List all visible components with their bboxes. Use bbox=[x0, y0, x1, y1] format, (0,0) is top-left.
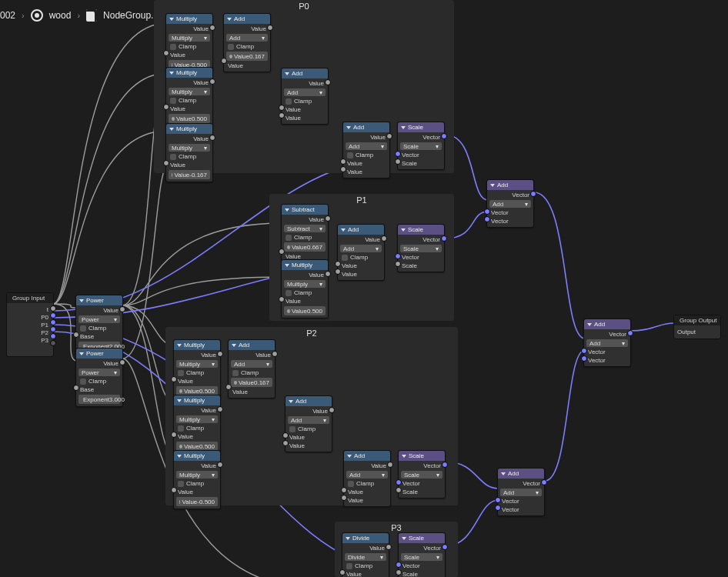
value-field[interactable]: Value-0.500 bbox=[176, 497, 218, 506]
output-vector[interactable]: Vector bbox=[401, 545, 442, 552]
input-value-a[interactable]: Value bbox=[340, 262, 382, 269]
input-value-b[interactable]: Value bbox=[288, 442, 329, 449]
operation-dropdown[interactable]: Add▾ bbox=[500, 489, 542, 496]
operation-dropdown[interactable]: Add▾ bbox=[489, 200, 531, 208]
operation-dropdown[interactable]: Add▾ bbox=[586, 339, 628, 347]
operation-dropdown[interactable]: Power▾ bbox=[78, 315, 120, 323]
output-value[interactable]: Value bbox=[169, 25, 210, 32]
input-vector-b[interactable]: Vector bbox=[586, 357, 628, 364]
node-p2-add-1[interactable]: Add Value Add▾ Clamp Value0.167 Value bbox=[228, 339, 276, 399]
operation-dropdown[interactable]: Multiply▾ bbox=[169, 88, 210, 95]
output-value[interactable]: Value bbox=[78, 307, 120, 314]
operation-dropdown[interactable]: Add▾ bbox=[346, 142, 387, 150]
node-vector-add-bottom[interactable]: Add Vector Add▾ Vector Vector bbox=[497, 468, 545, 516]
value-field[interactable]: Value0.667 bbox=[284, 242, 326, 252]
socket-p2[interactable]: P2 bbox=[10, 329, 50, 336]
input-value[interactable]: Value bbox=[284, 298, 326, 305]
node-p1-scale[interactable]: Scale Vector Scale▾ Vector Scale bbox=[397, 224, 445, 272]
input-vector[interactable]: Vector bbox=[401, 480, 442, 487]
node-p2-multiply-3[interactable]: Multiply Value Multiply▾ Clamp Value Val… bbox=[173, 450, 221, 509]
value-field[interactable]: Value0.167 bbox=[226, 52, 268, 61]
operation-dropdown[interactable]: Power▾ bbox=[78, 369, 120, 376]
node-p2-multiply-2[interactable]: Multiply Value Multiply▾ Clamp Value Val… bbox=[173, 395, 221, 454]
input-value[interactable]: Value bbox=[169, 52, 210, 58]
output-value[interactable]: Value bbox=[346, 462, 388, 469]
node-p0-add-2[interactable]: Add Value Add▾ Clamp Value Value bbox=[281, 68, 329, 125]
output-value[interactable]: Value bbox=[284, 272, 326, 278]
output-vector[interactable]: Vector bbox=[400, 236, 442, 243]
socket-p0[interactable]: P0 bbox=[10, 314, 50, 321]
clamp-checkbox[interactable]: Clamp bbox=[169, 97, 210, 104]
input-value[interactable]: Value bbox=[345, 571, 386, 577]
value-field[interactable]: Value0.500 bbox=[169, 114, 210, 123]
clamp-checkbox[interactable]: Clamp bbox=[284, 234, 326, 241]
clamp-checkbox[interactable]: Clamp bbox=[78, 378, 120, 385]
operation-dropdown[interactable]: Scale▾ bbox=[401, 471, 442, 479]
operation-dropdown[interactable]: Add▾ bbox=[288, 416, 329, 424]
input-value[interactable]: Value bbox=[169, 105, 210, 112]
input-scale[interactable]: Scale bbox=[401, 571, 442, 577]
operation-dropdown[interactable]: Scale▾ bbox=[401, 553, 442, 561]
output-vector[interactable]: Vector bbox=[586, 331, 628, 338]
clamp-checkbox[interactable]: Clamp bbox=[345, 562, 386, 569]
output-value[interactable]: Value bbox=[176, 352, 218, 359]
operation-dropdown[interactable]: Multiply▾ bbox=[169, 144, 210, 152]
input-value[interactable]: Value bbox=[231, 389, 272, 395]
breadcrumb-item-1[interactable]: wood bbox=[49, 10, 72, 21]
clamp-checkbox[interactable]: Clamp bbox=[284, 289, 326, 296]
clamp-checkbox[interactable]: Clamp bbox=[169, 153, 210, 160]
value-field[interactable]: Value0.167 bbox=[231, 378, 272, 387]
node-power-2[interactable]: Power Value Power▾ Clamp Base Exponent3.… bbox=[75, 348, 123, 407]
output-value[interactable]: Value bbox=[176, 407, 218, 414]
node-power-1[interactable]: Power Value Power▾ Clamp Base Exponent2.… bbox=[75, 295, 123, 354]
clamp-checkbox[interactable]: Clamp bbox=[176, 425, 218, 432]
node-p1-add[interactable]: Add Value Add▾ Clamp Value Value bbox=[337, 224, 385, 281]
operation-dropdown[interactable]: Divide▾ bbox=[345, 553, 386, 561]
node-p3-divide[interactable]: Divide Value Divide▾ Clamp Value bbox=[342, 532, 389, 577]
input-scale[interactable]: Scale bbox=[401, 489, 442, 495]
node-p0-scale[interactable]: Scale Vector Scale▾ Vector Scale bbox=[397, 122, 445, 170]
node-p3-scale[interactable]: Scale Vector Scale▾ Vector Scale bbox=[398, 532, 446, 577]
node-p2-multiply-1[interactable]: Multiply Value Multiply▾ Clamp Value Val… bbox=[173, 339, 221, 399]
socket-blank[interactable] bbox=[10, 345, 50, 352]
clamp-checkbox[interactable]: Clamp bbox=[346, 152, 387, 158]
breadcrumb-item-0[interactable]: 002 bbox=[0, 10, 15, 21]
node-p1-multiply[interactable]: Multiply Value Multiply▾ Clamp Value Val… bbox=[281, 259, 329, 319]
input-vector[interactable]: Vector bbox=[401, 562, 442, 569]
socket-p3[interactable]: P3 bbox=[10, 337, 50, 344]
clamp-checkbox[interactable]: Clamp bbox=[169, 43, 210, 50]
operation-dropdown[interactable]: Add▾ bbox=[226, 34, 268, 42]
node-p0-add-1[interactable]: Add Value Add▾ Clamp Value0.167 Value bbox=[223, 13, 271, 72]
input-vector[interactable]: Vector bbox=[400, 254, 442, 261]
node-p0-multiply-1[interactable]: Multiply Value Multiply▾ Clamp Value Val… bbox=[165, 13, 213, 72]
operation-dropdown[interactable]: Scale▾ bbox=[400, 142, 442, 150]
input-value-b[interactable]: Value bbox=[340, 271, 382, 278]
input-vector-a[interactable]: Vector bbox=[500, 498, 542, 505]
clamp-checkbox[interactable]: Clamp bbox=[231, 369, 272, 376]
clamp-checkbox[interactable]: Clamp bbox=[340, 254, 382, 261]
output-value[interactable]: Value bbox=[226, 25, 268, 32]
node-vector-add-top[interactable]: Add Vector Add▾ Vector Vector bbox=[486, 179, 534, 228]
clamp-checkbox[interactable]: Clamp bbox=[346, 480, 388, 487]
input-output[interactable]: Output bbox=[677, 329, 717, 335]
operation-dropdown[interactable]: Multiply▾ bbox=[169, 34, 210, 42]
node-p2-add-3[interactable]: Add Value Add▾ Clamp Value Value bbox=[343, 450, 391, 507]
clamp-checkbox[interactable]: Clamp bbox=[288, 425, 329, 432]
output-value[interactable]: Value bbox=[78, 360, 120, 367]
output-vector[interactable]: Vector bbox=[400, 134, 442, 141]
operation-dropdown[interactable]: Multiply▾ bbox=[176, 415, 218, 423]
input-scale[interactable]: Scale bbox=[400, 262, 442, 269]
value-field[interactable]: Value-0.167 bbox=[169, 170, 210, 179]
node-p0-add-3[interactable]: Add Value Add▾ Clamp Value Value bbox=[342, 122, 390, 178]
clamp-checkbox[interactable]: Clamp bbox=[284, 98, 326, 105]
input-value[interactable]: Value bbox=[226, 62, 268, 69]
input-vector-a[interactable]: Vector bbox=[586, 349, 628, 355]
input-base[interactable]: Base bbox=[78, 386, 120, 393]
output-vector[interactable]: Vector bbox=[489, 192, 531, 198]
output-value[interactable]: Value bbox=[176, 462, 218, 469]
node-group-output[interactable]: Group Output Output bbox=[673, 315, 721, 339]
input-vector[interactable]: Vector bbox=[400, 152, 442, 158]
input-value-a[interactable]: Value bbox=[288, 434, 329, 441]
input-value[interactable]: Value bbox=[176, 378, 218, 385]
value-field[interactable]: Value0.500 bbox=[284, 306, 326, 315]
